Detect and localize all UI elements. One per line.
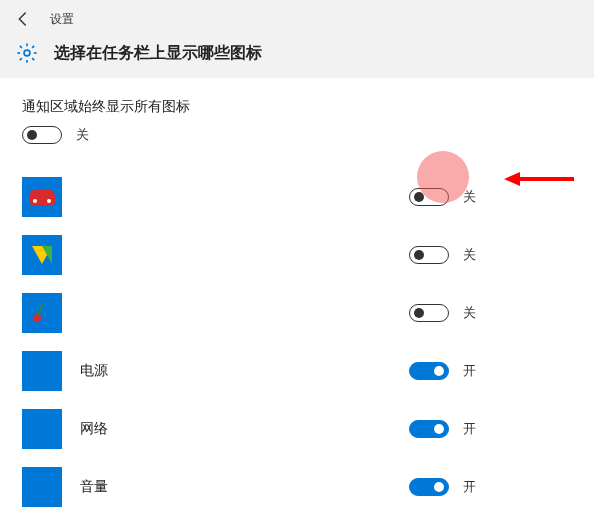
app-name: 电源 xyxy=(80,362,108,380)
list-item: 关 xyxy=(22,284,572,342)
item-toggle[interactable] xyxy=(409,304,449,322)
list-item: 音量 开 xyxy=(22,458,572,510)
shield-icon xyxy=(22,235,62,275)
item-toggle[interactable] xyxy=(409,246,449,264)
list-item: 电源 开 xyxy=(22,342,572,400)
item-toggle-state: 开 xyxy=(463,478,476,496)
settings-label: 设置 xyxy=(50,11,74,28)
blank-icon xyxy=(22,351,62,391)
item-toggle[interactable] xyxy=(409,420,449,438)
svg-line-8 xyxy=(32,46,34,48)
item-toggle-state: 开 xyxy=(463,362,476,380)
back-icon[interactable] xyxy=(14,10,32,28)
car-icon xyxy=(22,177,62,217)
app-name: 网络 xyxy=(80,420,108,438)
svg-line-6 xyxy=(32,58,34,60)
blank-icon xyxy=(22,467,62,507)
list-item: 关 xyxy=(22,226,572,284)
item-toggle-state: 关 xyxy=(463,304,476,322)
item-toggle-state: 关 xyxy=(463,246,476,264)
list-item: 网络 开 xyxy=(22,400,572,458)
gear-icon xyxy=(16,42,38,64)
svg-line-7 xyxy=(20,58,22,60)
master-toggle-state: 关 xyxy=(76,126,89,144)
svg-line-5 xyxy=(20,46,22,48)
item-toggle[interactable] xyxy=(409,478,449,496)
svg-point-0 xyxy=(24,50,30,56)
master-toggle[interactable] xyxy=(22,126,62,144)
blank-icon xyxy=(22,409,62,449)
page-title: 选择在任务栏上显示哪些图标 xyxy=(54,43,262,64)
item-toggle[interactable] xyxy=(409,362,449,380)
master-toggle-label: 通知区域始终显示所有图标 xyxy=(22,98,572,116)
item-toggle-state: 开 xyxy=(463,420,476,438)
list-item: 关 xyxy=(22,168,572,226)
app-name: 音量 xyxy=(80,478,108,496)
item-toggle[interactable] xyxy=(409,188,449,206)
item-toggle-state: 关 xyxy=(463,188,476,206)
cherry-icon xyxy=(22,293,62,333)
